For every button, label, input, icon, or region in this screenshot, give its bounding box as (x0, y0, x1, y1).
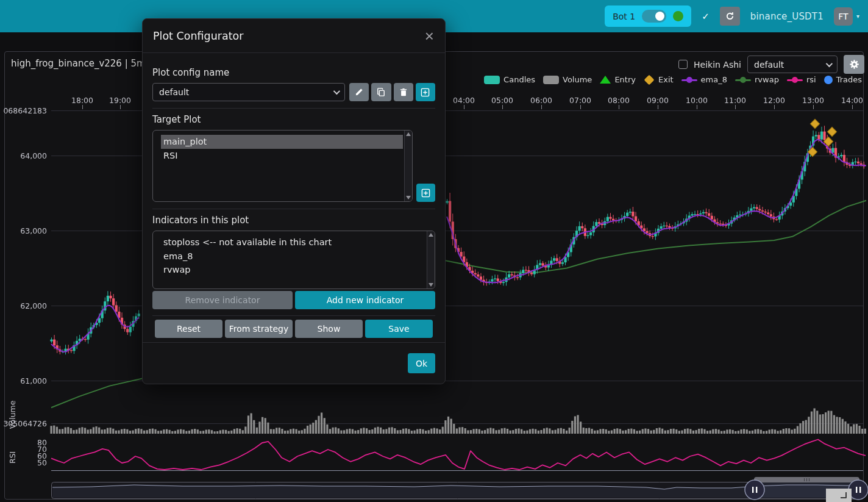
trash-icon (399, 88, 408, 96)
bot-toggle[interactable] (642, 10, 666, 23)
toggle-knob (655, 12, 664, 21)
refresh-button[interactable] (720, 7, 740, 26)
target-plot-listbox: main_plot RSI (152, 130, 413, 202)
time-axis-label: 18:00 (71, 96, 93, 105)
indicators-label: Indicators in this plot (152, 215, 435, 226)
indicator-item-rvwap[interactable]: rvwap (161, 263, 425, 277)
check-icon: ✓ (702, 11, 710, 22)
legend-entry[interactable]: Entry (600, 75, 636, 84)
heikin-ashi-checkbox[interactable] (678, 60, 688, 69)
y-axis-label: 62,000 (20, 301, 47, 310)
legend-candles[interactable]: Candles (484, 75, 535, 84)
remove-indicator-button[interactable]: Remove indicator (152, 291, 293, 309)
legend-volume[interactable]: Volume (543, 75, 592, 84)
volume-axis-title: Volume (8, 401, 17, 429)
legend-ema8[interactable]: ema_8 (681, 75, 727, 84)
exit-diamond-icon (644, 74, 654, 85)
y-axis-label: 64,000 (20, 151, 47, 160)
bot-selector[interactable]: Bot 1 (605, 5, 691, 27)
ema8-line-icon (681, 76, 697, 84)
chevron-down-icon (826, 60, 833, 66)
modal-title: Plot Configurator (153, 30, 243, 42)
close-icon[interactable]: × (425, 28, 434, 44)
legend-trades[interactable]: Trades (824, 75, 862, 84)
resize-corner-handle[interactable] (826, 488, 852, 502)
time-axis-label: 07:00 (569, 96, 591, 105)
config-name-select[interactable]: default (152, 83, 345, 101)
user-menu[interactable]: FT ▾ (834, 7, 859, 26)
time-axis-label: 09:00 (647, 96, 669, 105)
legend-exit[interactable]: Exit (644, 75, 674, 84)
target-plot-option-main[interactable]: main_plot (161, 135, 403, 149)
y-axis-label: 61,000 (20, 376, 47, 385)
volume-swatch-icon (543, 76, 559, 84)
avatar: FT (834, 7, 853, 26)
time-axis-label: 08:00 (608, 96, 630, 105)
chevron-down-icon (333, 88, 340, 95)
show-button[interactable]: Show (295, 320, 363, 338)
save-button[interactable]: Save (365, 320, 433, 338)
time-axis-label: 13:00 (802, 96, 824, 105)
scroll-down-icon (429, 283, 433, 287)
datazoom-left-handle[interactable] (745, 480, 764, 500)
y-axis-label: 068642183 (3, 106, 47, 115)
entry-triangle-icon (600, 76, 611, 84)
legend-rvwap[interactable]: rvwap (735, 75, 779, 84)
rsi-tick-label: 50 (37, 458, 47, 467)
scroll-up-icon (406, 132, 411, 136)
modal-footer: Ok (143, 342, 445, 384)
listbox-scrollbar[interactable] (404, 131, 412, 201)
trades-circle-icon (824, 76, 833, 84)
rsi-axis-title: RSI (8, 451, 17, 464)
modal-header: Plot Configurator × (143, 19, 445, 53)
pair-label[interactable]: binance_USDT1 (750, 11, 824, 22)
gear-icon (849, 59, 859, 70)
config-name-label: Plot config name (152, 67, 435, 78)
time-axis-label: 19:00 (109, 96, 131, 105)
heikin-ashi-label: Heikin Ashi (694, 60, 741, 70)
plus-square-icon (421, 88, 430, 97)
pencil-icon (355, 88, 363, 96)
add-target-plot-button[interactable] (416, 184, 435, 202)
bot-label: Bot 1 (613, 12, 635, 21)
time-axis-label: 04:00 (453, 96, 475, 105)
from-strategy-button[interactable]: From strategy (225, 320, 293, 338)
rvwap-line-icon (735, 76, 751, 84)
plot-configurator-modal: Plot Configurator × Plot config name def… (142, 18, 446, 384)
time-axis-label: 10:00 (686, 96, 708, 105)
indicators-listbox: stoploss <-- not available in this chart… (152, 231, 435, 289)
caret-down-icon: ▾ (856, 13, 859, 20)
rsi-line-icon (787, 76, 803, 84)
reset-button[interactable]: Reset (155, 320, 222, 338)
chart-title: high_frog_binance_v226 | 5m (11, 58, 146, 69)
ok-button[interactable]: Ok (408, 353, 435, 373)
target-plot-option-rsi[interactable]: RSI (161, 149, 403, 163)
indicator-item-ema8[interactable]: ema_8 (161, 249, 425, 264)
add-new-indicator-button[interactable]: Add new indicator (295, 291, 435, 309)
target-plot-label: Target Plot (152, 114, 435, 125)
candles-swatch-icon (484, 76, 500, 84)
time-axis-label: 05:00 (491, 96, 513, 105)
duplicate-config-button[interactable] (371, 83, 391, 101)
time-axis-label: 11:00 (724, 96, 746, 105)
plotconfig-select[interactable]: default (747, 56, 838, 73)
copy-icon (377, 88, 385, 96)
listbox-scrollbar[interactable] (427, 231, 435, 289)
rename-config-button[interactable] (349, 83, 369, 101)
modal-body: Plot config name default (143, 53, 445, 342)
y-axis-label: 63,000 (20, 226, 47, 235)
add-config-button[interactable] (416, 83, 435, 101)
scroll-down-icon (406, 196, 411, 199)
datazoom-scrollbar[interactable] (754, 477, 859, 482)
legend-rsi[interactable]: rsi (787, 75, 816, 84)
plot-settings-button[interactable] (844, 55, 864, 74)
chart-controls-row: Heikin Ashi default (678, 55, 864, 74)
plotconfig-select-value: default (754, 60, 784, 70)
chart-legend: Candles Volume Entry Exit ema_8 rvwap rs… (484, 75, 862, 84)
time-axis-label: 06:00 (530, 96, 552, 105)
bot-online-dot (673, 11, 683, 21)
time-axis-label: 14:00 (841, 96, 863, 105)
scroll-up-icon (429, 233, 433, 237)
indicator-item-stoploss[interactable]: stoploss <-- not available in this chart (161, 235, 425, 249)
delete-config-button[interactable] (394, 83, 413, 101)
